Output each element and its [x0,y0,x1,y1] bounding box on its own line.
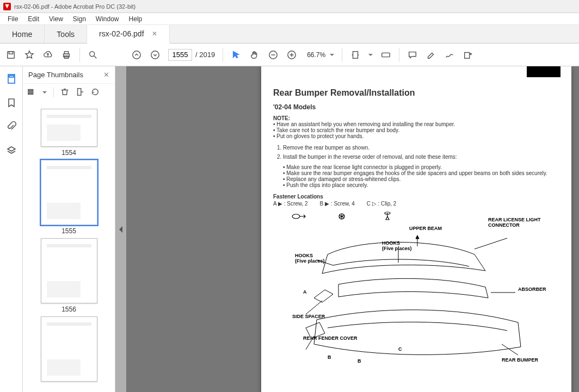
close-panel-icon[interactable]: ✕ [103,71,109,79]
screw-a-icon [290,211,308,222]
thumbnails-panel: Page Thumbnails ✕ 1554 1555 1556 [23,66,115,392]
thumbnail-item[interactable] [41,316,97,382]
panel-collapse-gutter[interactable] [115,66,126,392]
page-up-icon[interactable] [131,49,142,60]
zoom-select[interactable]: 66.7% [305,50,334,60]
label-c: C [398,347,402,352]
svg-rect-11 [382,53,390,57]
page-down-icon[interactable] [150,49,161,60]
fastener-heading: Fastener Locations [273,194,562,200]
label-a: A [303,290,307,295]
thumbnails-actions [23,84,115,101]
window-title: rsx-02-06.pdf - Adobe Acrobat Pro DC (32… [14,3,135,10]
thumbnail-list[interactable]: 1554 1555 1556 [23,101,115,392]
clip-c-icon [381,211,399,222]
label-rear-bumper: REAR BUMPER [502,358,538,363]
options-icon[interactable] [27,88,36,98]
svg-point-5 [90,51,95,56]
note-label: NOTE: [273,115,562,121]
star-icon[interactable] [24,49,35,60]
thumbnail-item[interactable]: 1555 [41,160,97,235]
svg-rect-0 [8,51,15,58]
fastener-row: A ▶ : Screw, 2 B ▶ : Screw, 4 C ▷ : Clip… [273,201,562,207]
steps-list: Remove the rear bumper as shown. Install… [273,145,562,160]
fit-width-icon[interactable] [350,49,361,60]
svg-point-7 [151,51,159,58]
menu-help[interactable]: Help [125,14,147,24]
menu-sign[interactable]: Sign [69,14,90,24]
attachment-tab-icon[interactable] [5,121,17,133]
bookmark-tab-icon[interactable] [5,97,17,109]
rotate-icon[interactable] [91,88,100,98]
chevron-down-icon[interactable] [368,54,373,56]
svg-rect-10 [353,51,358,58]
tab-bar: Home Tools rsx-02-06.pdf ✕ [0,25,579,43]
thumbnail-item[interactable]: 1556 [41,238,97,313]
highlight-icon[interactable] [426,49,436,60]
page-input[interactable] [168,49,192,61]
window-titlebar: rsx-02-06.pdf - Adobe Acrobat Pro DC (32… [0,0,579,13]
comment-icon[interactable] [407,49,418,60]
label-b2: B [358,359,361,364]
doc-heading: Rear Bumper Removal/Installation [273,88,562,98]
svg-rect-12 [465,52,470,58]
main-area: Page Thumbnails ✕ 1554 1555 1556 Rear Bu… [0,66,579,392]
page-tab-marker [527,66,560,77]
layers-tab-icon[interactable] [5,145,17,157]
menubar: File Edit View Sign Window Help [0,13,579,25]
find-icon[interactable] [88,49,98,60]
substeps-list: Make sure the rear license light connect… [273,164,562,188]
thumbnail-item[interactable]: 1554 [41,109,97,157]
label-rear-fender: REAR FENDER COVER [303,336,358,341]
chevron-down-icon[interactable] [42,91,47,94]
svg-rect-3 [64,51,68,54]
menu-view[interactable]: View [45,14,67,24]
app-icon [3,3,11,10]
menu-edit[interactable]: Edit [23,14,44,24]
tab-home[interactable]: Home [0,25,45,43]
toolbar: / 2019 66.7% [0,43,579,66]
label-absorber: ABSORBER [518,287,546,293]
chevron-left-icon [119,226,122,233]
screw-b-icon [335,211,354,222]
svg-rect-18 [78,88,81,95]
svg-rect-14 [9,76,14,77]
sign-icon[interactable] [444,49,455,60]
zoom-out-icon[interactable] [268,49,279,60]
read-mode-icon[interactable] [380,49,391,60]
zoom-in-icon[interactable] [286,49,297,60]
hand-icon[interactable] [249,49,260,60]
menu-window[interactable]: Window [91,14,124,24]
chevron-down-icon [330,54,334,56]
tab-document[interactable]: rsx-02-06.pdf ✕ [87,25,169,43]
print-icon[interactable] [61,49,72,60]
tab-tools[interactable]: Tools [45,25,87,43]
left-rail [0,66,23,392]
page-total: / 2019 [195,51,215,59]
technical-diagram: UPPER BEAM REAR LICENSE LIGHT CONNECTOR … [273,211,562,379]
doc-subheading: '02-04 Models [273,103,562,111]
label-rear-license: REAR LICENSE LIGHT CONNECTOR [488,217,541,228]
trash-icon[interactable] [60,88,69,98]
label-b1: B [328,355,331,360]
save-icon[interactable] [5,49,16,60]
svg-rect-16 [28,91,33,92]
close-icon[interactable]: ✕ [152,30,157,38]
svg-point-19 [292,214,300,219]
svg-rect-17 [28,93,33,94]
more-tools-icon[interactable] [463,49,473,60]
pdf-page: Rear Bumper Removal/Installation '02-04 … [261,66,571,392]
thumbnails-header: Page Thumbnails ✕ [23,66,115,84]
label-upper-beam: UPPER BEAM [409,226,442,232]
cloud-upload-icon[interactable] [42,49,53,60]
thumbnails-tab-icon[interactable] [5,73,17,85]
pointer-icon[interactable] [231,49,242,60]
menu-file[interactable]: File [3,14,22,24]
page-nav: / 2019 [168,49,215,61]
label-side-spacer: SIDE SPACER [292,314,325,320]
insert-page-icon[interactable] [76,88,84,98]
bumper-illustration [295,233,529,374]
svg-rect-1 [9,51,13,54]
document-viewport[interactable]: Rear Bumper Removal/Installation '02-04 … [126,66,579,392]
svg-rect-15 [28,89,33,90]
